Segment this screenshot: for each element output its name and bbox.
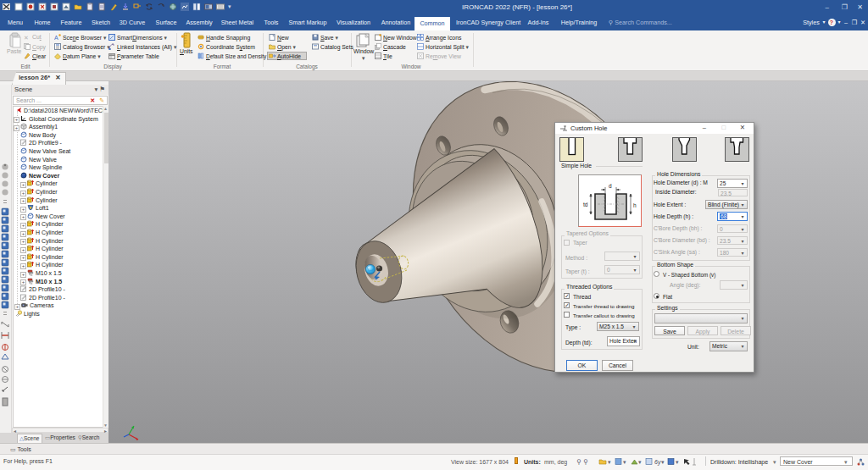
- svg-text:h: h: [633, 202, 637, 208]
- svg-text:▾: ▾: [661, 459, 665, 465]
- svg-text:▾: ▾: [623, 459, 626, 465]
- svg-text:A: A: [54, 35, 58, 41]
- svg-text:d: d: [609, 183, 612, 189]
- svg-text:td: td: [583, 202, 588, 207]
- svg-text:▾: ▾: [608, 459, 611, 465]
- svg-text:6y: 6y: [654, 459, 661, 466]
- svg-text:▾: ▾: [676, 459, 679, 465]
- svg-text:▾: ▾: [638, 459, 642, 465]
